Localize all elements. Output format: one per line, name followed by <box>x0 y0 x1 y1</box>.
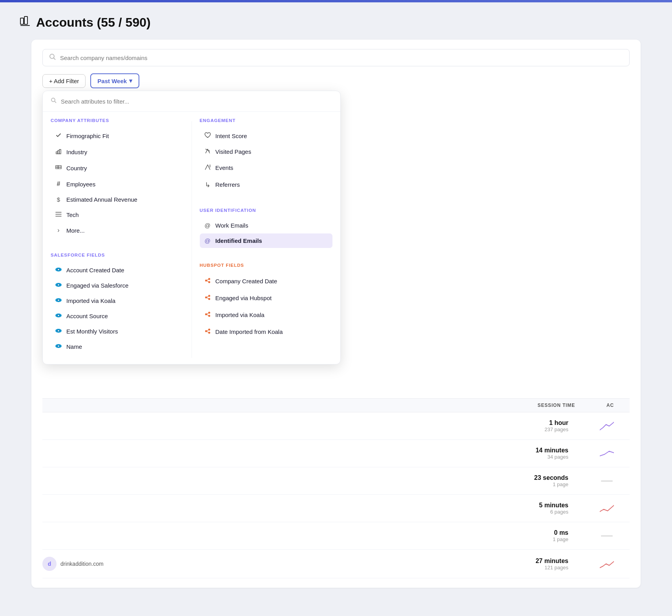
filter-item-country[interactable]: Country <box>51 160 184 176</box>
session-main-value: 0 ms <box>517 529 568 536</box>
search-icon <box>49 53 56 62</box>
session-time-cell: 1 hour 237 pages <box>517 419 568 432</box>
session-main-value: 23 seconds <box>517 474 568 481</box>
svg-rect-10 <box>56 167 58 169</box>
svg-point-26 <box>58 330 59 332</box>
table-row: d drinkaddition.com 27 minutes 121 pages <box>42 550 630 578</box>
page-header: Accounts (55 / 590) + Add Filter Past We… <box>0 2 672 596</box>
left-column: COMPANY ATTRIBUTES Firmographic Fit <box>43 118 192 361</box>
dropdown-search-icon <box>51 97 57 105</box>
more-icon: › <box>55 227 62 234</box>
filter-item-hs-date-imported-from-koala[interactable]: Date Imported from Koala <box>200 324 333 340</box>
time-range-button[interactable]: Past Week ▾ <box>90 73 139 88</box>
filter-item-work-emails[interactable]: @ Work Emails <box>200 218 333 233</box>
svg-point-39 <box>208 315 210 317</box>
filter-item-estimated-annual-revenue[interactable]: $ Estimated Annual Revenue <box>51 192 184 207</box>
filter-item-hs-engaged-via-hubspot[interactable]: Engaged via Hubspot <box>200 290 333 306</box>
referrers-icon: ↳ <box>204 181 212 189</box>
filter-item-hs-company-created-date[interactable]: Company Created Date <box>200 273 333 289</box>
filter-label-identified-emails: Identified Emails <box>215 237 262 244</box>
filter-item-sf-engaged-via-salesforce[interactable]: Engaged via Salesforce <box>51 278 184 293</box>
filter-item-identified-emails[interactable]: @ Identified Emails <box>200 233 333 248</box>
country-icon <box>55 164 62 172</box>
filter-item-hs-imported-via-koala[interactable]: Imported via Koala <box>200 307 333 323</box>
intent-score-icon <box>204 132 212 139</box>
identified-emails-icon: @ <box>204 237 212 244</box>
filter-label-hs-imported-via-koala: Imported via Koala <box>215 312 265 318</box>
filter-label-sf-account-source: Account Source <box>66 313 108 319</box>
filter-label-country: Country <box>66 165 87 171</box>
session-main-value: 14 minutes <box>517 447 568 454</box>
svg-point-40 <box>208 329 210 331</box>
engagement-label: ENGAGEMENT <box>200 118 333 123</box>
table-row: 5 minutes 6 pages <box>42 495 630 522</box>
filter-label-more: More... <box>66 227 85 234</box>
svg-point-17 <box>58 284 59 286</box>
main-card: + Add Filter Past Week ▾ COMP <box>31 40 641 588</box>
filter-label-sf-est-monthly-visitors: Est Monthly Visitors <box>66 328 118 335</box>
filter-item-sf-imported-via-koala[interactable]: Imported via Koala <box>51 293 184 308</box>
filter-item-sf-account-created-date[interactable]: Account Created Date <box>51 263 184 277</box>
filter-item-employees[interactable]: # Employees <box>51 177 184 191</box>
filter-label-visited-pages: Visited Pages <box>215 148 251 155</box>
filter-item-intent-score[interactable]: Intent Score <box>200 128 333 143</box>
hubspot-icon-3 <box>204 311 212 319</box>
right-column: ENGAGEMENT Intent Score <box>192 118 341 361</box>
svg-point-42 <box>208 332 210 334</box>
salesforce-icon-4 <box>55 313 62 319</box>
svg-point-35 <box>205 297 207 299</box>
filter-dropdown-panel: COMPANY ATTRIBUTES Firmographic Fit <box>42 91 341 364</box>
dropdown-search-bar <box>43 91 340 112</box>
hubspot-fields-label: HUBSPOT FIELDS <box>200 263 333 268</box>
filter-item-firmographic-fit[interactable]: Firmographic Fit <box>51 128 184 144</box>
session-sub-value: 1 page <box>517 536 568 542</box>
firmographic-fit-icon <box>55 132 62 140</box>
salesforce-icon-2 <box>55 282 62 289</box>
filter-item-more[interactable]: › More... <box>51 223 184 238</box>
filter-item-visited-pages[interactable]: Visited Pages <box>200 144 333 159</box>
filter-label-sf-account-created-date: Account Created Date <box>66 267 124 273</box>
page-title: Accounts (55 / 590) <box>36 15 151 30</box>
filter-label-sf-imported-via-koala: Imported via Koala <box>66 297 115 304</box>
filter-item-referrers[interactable]: ↳ Referrers <box>200 176 333 193</box>
filter-item-sf-account-source[interactable]: Account Source <box>51 309 184 323</box>
session-main-value: 1 hour <box>517 419 568 426</box>
salesforce-fields-label: SALESFORCE FIELDS <box>51 253 184 257</box>
revenue-icon: $ <box>55 196 62 203</box>
table-row: 14 minutes 34 pages <box>42 440 630 467</box>
events-icon <box>204 164 212 171</box>
company-avatar: d <box>42 557 57 571</box>
sparkline-cell <box>600 530 614 541</box>
filter-label-employees: Employees <box>66 181 95 188</box>
filter-item-sf-name[interactable]: Name <box>51 339 184 354</box>
svg-rect-7 <box>59 149 61 154</box>
dropdown-search-input[interactable] <box>61 98 332 105</box>
filter-item-events[interactable]: Events <box>200 160 333 175</box>
svg-point-41 <box>205 330 207 332</box>
search-bar <box>42 49 630 66</box>
session-sub-value: 6 pages <box>517 509 568 515</box>
filter-label-hs-company-created-date: Company Created Date <box>215 278 278 284</box>
salesforce-icon-6 <box>55 343 62 350</box>
sparkline-cell <box>600 476 614 487</box>
add-filter-button[interactable]: + Add Filter <box>42 74 86 88</box>
hubspot-icon-1 <box>204 277 212 285</box>
industry-icon <box>55 148 62 156</box>
sparkline-cell <box>600 448 614 459</box>
user-identification-label: USER IDENTIFICATION <box>200 208 333 213</box>
filter-item-industry[interactable]: Industry <box>51 144 184 160</box>
hubspot-icon-4 <box>204 328 212 336</box>
svg-point-29 <box>58 346 59 347</box>
employees-icon: # <box>55 180 62 188</box>
salesforce-icon-1 <box>55 267 62 273</box>
svg-rect-0 <box>20 18 24 24</box>
session-time-header: SESSION TIME <box>538 403 575 408</box>
filter-item-sf-est-monthly-visitors[interactable]: Est Monthly Visitors <box>51 324 184 339</box>
search-input[interactable] <box>60 55 623 61</box>
filter-item-tech[interactable]: Tech <box>51 208 184 222</box>
company-domain: drinkaddition.com <box>60 561 104 567</box>
session-time-cell: 5 minutes 6 pages <box>517 502 568 515</box>
sparkline-cell <box>600 503 614 514</box>
sparkline-cell <box>600 558 614 569</box>
session-sub-value: 1 page <box>517 481 568 487</box>
